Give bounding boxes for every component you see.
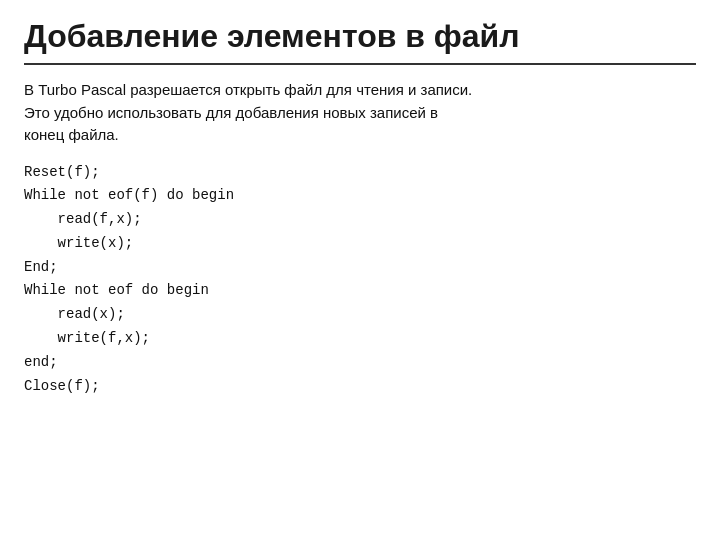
code-line-9: end; [24, 351, 696, 375]
intro-line3: конец файла. [24, 126, 119, 143]
code-line-1: Reset(f); [24, 161, 696, 185]
code-line-5: End; [24, 256, 696, 280]
intro-paragraph: В Turbo Pascal разрешается открыть файл … [24, 79, 696, 147]
code-line-4: write(x); [24, 232, 696, 256]
page-title: Добавление элементов в файл [24, 18, 696, 65]
code-line-8: write(f,x); [24, 327, 696, 351]
code-line-6: While not eof do begin [24, 279, 696, 303]
code-line-7: read(x); [24, 303, 696, 327]
code-line-3: read(f,x); [24, 208, 696, 232]
code-block: Reset(f); While not eof(f) do begin read… [24, 161, 696, 399]
intro-line2: Это удобно использовать для добавления н… [24, 104, 438, 121]
intro-line1: В Turbo Pascal разрешается открыть файл … [24, 81, 472, 98]
page: Добавление элементов в файл В Turbo Pasc… [0, 0, 720, 540]
code-line-2: While not eof(f) do begin [24, 184, 696, 208]
code-line-10: Close(f); [24, 375, 696, 399]
